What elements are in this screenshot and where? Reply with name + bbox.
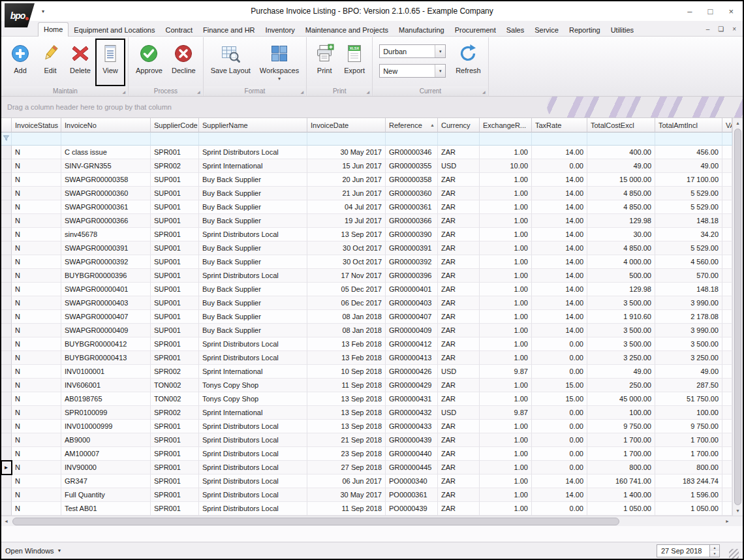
refresh-button[interactable]: Refresh: [451, 39, 486, 86]
cell-invoicestatus[interactable]: N: [12, 173, 61, 187]
cell-invoicestatus[interactable]: N: [12, 159, 61, 173]
cell-reference[interactable]: GR00000401: [386, 283, 438, 296]
cell-exchangerate[interactable]: 1.00: [480, 255, 532, 269]
cell-invoicedate[interactable]: 21 Jun 2017: [307, 187, 386, 200]
cell-invoicedate[interactable]: 27 Sep 2018: [307, 461, 386, 474]
cell-currency[interactable]: ZAR: [438, 420, 480, 433]
tab-finance-and-hr[interactable]: Finance and HR: [198, 23, 260, 36]
cell-exchangerate[interactable]: 1.00: [480, 173, 532, 187]
cell-invoicedate[interactable]: 13 Sep 2018: [307, 406, 386, 420]
cell-totalcostexcl[interactable]: 45 000.00: [587, 392, 655, 406]
cell-exchangerate[interactable]: 9.87: [480, 406, 532, 420]
cell-vat[interactable]: [722, 214, 732, 228]
cell-reference[interactable]: PO0000340: [386, 474, 438, 488]
cell-currency[interactable]: ZAR: [438, 241, 480, 255]
cell-exchangerate[interactable]: 1.00: [480, 379, 532, 392]
spinner-up-icon[interactable]: ▲: [710, 545, 719, 551]
cell-suppliercode[interactable]: SPR001: [151, 447, 199, 461]
cell-taxrate[interactable]: 14.00: [532, 255, 587, 269]
cell-suppliername[interactable]: Buy Back Supplier: [199, 255, 307, 269]
cell-totalamtincl[interactable]: 3 990.00: [655, 296, 722, 310]
edit-button[interactable]: Edit: [35, 39, 65, 86]
cell-invoiceno[interactable]: AB0198765: [61, 392, 151, 406]
close-button[interactable]: ×: [728, 7, 734, 16]
scroll-down-icon[interactable]: ▼: [733, 506, 743, 516]
table-row[interactable]: NSINV-GRN355SPR002Sprint International15…: [1, 159, 732, 173]
tab-home[interactable]: Home: [38, 22, 69, 37]
cell-vat[interactable]: [722, 406, 732, 420]
cell-invoicestatus[interactable]: N: [12, 146, 61, 159]
cell-exchangerate[interactable]: 1.00: [480, 241, 532, 255]
cell-suppliername[interactable]: Buy Back Supplier: [199, 187, 307, 200]
cell-suppliername[interactable]: Buy Back Supplier: [199, 200, 307, 214]
cell-exchangerate[interactable]: 1.00: [480, 420, 532, 433]
row-indicator[interactable]: [1, 296, 12, 310]
cell-totalamtincl[interactable]: 1 700.00: [655, 447, 722, 461]
cell-invoicestatus[interactable]: N: [12, 433, 61, 447]
cell-currency[interactable]: USD: [438, 365, 480, 379]
cell-suppliercode[interactable]: SUP001: [151, 187, 199, 200]
table-row[interactable]: NSWAPGR00000409SUP001Buy Back Supplier08…: [1, 324, 732, 337]
cell-totalamtincl[interactable]: 287.50: [655, 379, 722, 392]
cell-taxrate[interactable]: 14.00: [532, 214, 587, 228]
cell-taxrate[interactable]: 14.00: [532, 324, 587, 337]
save-layout-button[interactable]: Save Layout: [206, 39, 255, 86]
cell-invoiceno[interactable]: Full Quantity: [61, 488, 151, 502]
cell-vat[interactable]: [722, 488, 732, 502]
table-row[interactable]: NINV010000999SPR001Sprint Distributors L…: [1, 420, 732, 433]
cell-suppliername[interactable]: Buy Back Supplier: [199, 214, 307, 228]
cell-suppliercode[interactable]: SUP001: [151, 255, 199, 269]
row-indicator[interactable]: [1, 488, 12, 502]
cell-invoicedate[interactable]: 04 Jul 2017: [307, 200, 386, 214]
column-header-totalcostexcl[interactable]: TotalCostExcl: [587, 118, 655, 132]
cell-suppliername[interactable]: Sprint Distributors Local: [199, 351, 307, 365]
cell-exchangerate[interactable]: 9.87: [480, 365, 532, 379]
row-indicator[interactable]: [1, 447, 12, 461]
cell-taxrate[interactable]: 15.00: [532, 392, 587, 406]
cell-reference[interactable]: GR00000439: [386, 433, 438, 447]
cell-reference[interactable]: PO0000439: [386, 502, 438, 516]
cell-reference[interactable]: GR00000426: [386, 365, 438, 379]
tab-manufacturing[interactable]: Manufacturing: [394, 23, 450, 36]
cell-suppliername[interactable]: Sprint International: [199, 406, 307, 420]
cell-vat[interactable]: [722, 269, 732, 283]
cell-invoicestatus[interactable]: N: [12, 214, 61, 228]
cell-reference[interactable]: GR00000432: [386, 406, 438, 420]
cell-invoicedate[interactable]: 05 Dec 2017: [307, 283, 386, 296]
cell-currency[interactable]: ZAR: [438, 310, 480, 324]
cell-totalamtincl[interactable]: 2 178.08: [655, 310, 722, 324]
cell-exchangerate[interactable]: 1.00: [480, 502, 532, 516]
cell-taxrate[interactable]: 14.00: [532, 241, 587, 255]
table-row[interactable]: NINV606001TON002Tonys Copy Shop11 Sep 20…: [1, 379, 732, 392]
cell-invoicedate[interactable]: 10 Sep 2018: [307, 365, 386, 379]
column-header-invoiceno[interactable]: InvoiceNo: [61, 118, 151, 132]
cell-invoicestatus[interactable]: N: [12, 406, 61, 420]
cell-suppliercode[interactable]: SUP001: [151, 324, 199, 337]
row-indicator[interactable]: [1, 159, 12, 173]
cell-invoiceno[interactable]: GR347: [61, 474, 151, 488]
cell-taxrate[interactable]: 0.00: [532, 420, 587, 433]
cell-currency[interactable]: ZAR: [438, 392, 480, 406]
column-header-invoicestatus[interactable]: InvoiceStatus: [12, 118, 61, 132]
cell-reference[interactable]: GR00000360: [386, 187, 438, 200]
cell-invoicedate[interactable]: 11 Sep 2018: [307, 502, 386, 516]
tab-equipment-and-locations[interactable]: Equipment and Locations: [69, 23, 160, 36]
cell-reference[interactable]: GR00000358: [386, 173, 438, 187]
row-indicator[interactable]: [1, 406, 12, 420]
cell-currency[interactable]: ZAR: [438, 296, 480, 310]
cell-suppliercode[interactable]: SUP001: [151, 241, 199, 255]
cell-taxrate[interactable]: 14.00: [532, 310, 587, 324]
dialog-launcher-icon[interactable]: ◢: [482, 89, 486, 94]
cell-vat[interactable]: [722, 502, 732, 516]
column-header-vat[interactable]: VA: [722, 118, 732, 132]
cell-invoicestatus[interactable]: N: [12, 269, 61, 283]
add-button[interactable]: Add: [5, 39, 35, 86]
column-header-invoicedate[interactable]: InvoiceDate: [307, 118, 386, 132]
cell-suppliername[interactable]: Tonys Copy Shop: [199, 379, 307, 392]
cell-reference[interactable]: GR00000366: [386, 214, 438, 228]
delete-button[interactable]: Delete: [65, 39, 95, 86]
cell-totalamtincl[interactable]: 5 529.00: [655, 200, 722, 214]
cell-invoicedate[interactable]: 20 Jun 2017: [307, 173, 386, 187]
filter-cell-suppliername[interactable]: [199, 132, 307, 146]
cell-vat[interactable]: [722, 420, 732, 433]
